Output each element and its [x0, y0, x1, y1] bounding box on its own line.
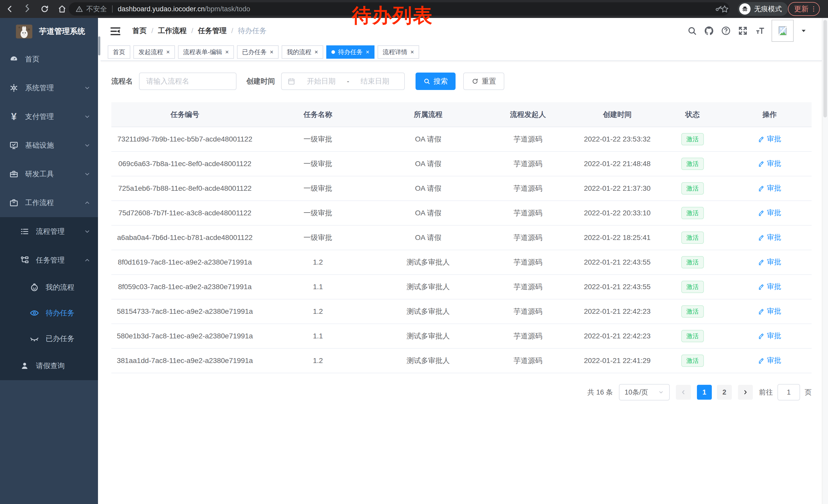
tab-todo-task[interactable]: 待办任务× — [326, 45, 374, 59]
sidebar-scrollbar-thumb[interactable] — [98, 36, 100, 55]
fullscreen-icon[interactable] — [738, 26, 748, 36]
sidebar-item-system-mgmt[interactable]: 系统管理 — [0, 74, 98, 102]
sidebar-item-workflow[interactable]: 工作流程 — [0, 188, 98, 217]
bookmark-star-icon[interactable] — [720, 4, 730, 14]
status-badge: 激活 — [681, 330, 704, 342]
cell-starter: 芋道源码 — [479, 275, 577, 299]
security-label[interactable]: 不安全 — [86, 4, 107, 13]
table-body: 73211d9d-7b9b-11ec-b5b7-acde48001122一级审批… — [111, 127, 812, 373]
close-icon[interactable]: × — [270, 49, 274, 55]
search-button[interactable]: 搜索 — [416, 73, 456, 90]
page-button-2[interactable]: 2 — [717, 385, 732, 400]
approve-link[interactable]: 审批 — [758, 159, 781, 169]
update-label[interactable]: 更新 — [794, 4, 809, 14]
approve-link[interactable]: 审批 — [758, 306, 781, 316]
font-size-icon[interactable] — [755, 26, 765, 36]
gear-icon — [9, 83, 19, 93]
user-icon — [19, 361, 30, 371]
table-row: 58154733-7ac8-11ec-a9e2-a2380e71991a1.2测… — [111, 299, 812, 324]
url-domain[interactable]: dashboard.yudao.iocoder.cn — [118, 5, 205, 13]
cell-time: 2022-01-21 22:41:29 — [577, 349, 657, 373]
avatar[interactable] — [772, 20, 794, 42]
tab-start-process[interactable]: 发起流程× — [133, 45, 175, 59]
close-icon[interactable]: × — [410, 49, 414, 55]
edit-pencil-icon — [758, 308, 765, 315]
sidebar-item-home[interactable]: 首页 — [0, 45, 98, 74]
sidebar-item-infrastructure[interactable]: 基础设施 — [0, 131, 98, 160]
reload-icon[interactable] — [40, 4, 49, 13]
tab-my-process[interactable]: 我的流程× — [282, 45, 323, 59]
tab-home[interactable]: 首页 — [108, 45, 130, 59]
approve-link[interactable]: 审批 — [758, 257, 781, 267]
search-button-label: 搜索 — [433, 77, 448, 86]
sidebar-item-label: 工作流程 — [25, 198, 54, 208]
page-button-1[interactable]: 1 — [697, 385, 712, 400]
sidebar-item-leave-query[interactable]: 请假查询 — [0, 352, 98, 380]
breadcrumb-item-home[interactable]: 首页 — [132, 26, 147, 36]
prev-page-button[interactable] — [676, 385, 691, 400]
table-row: 725a1eb6-7b88-11ec-8ef0-acde48001122一级审批… — [111, 176, 812, 201]
chevron-down-icon — [84, 84, 91, 92]
sidebar-collapse-icon[interactable] — [110, 26, 121, 36]
approve-link[interactable]: 审批 — [758, 134, 781, 144]
create-time-range-picker[interactable]: 开始日期 - 结束日期 — [281, 73, 405, 90]
cell-status: 激活 — [657, 225, 728, 250]
approve-link[interactable]: 审批 — [758, 356, 781, 365]
sidebar-item-dev-tools[interactable]: 研发工具 — [0, 160, 98, 188]
approve-link[interactable]: 审批 — [758, 331, 781, 341]
sidebar-item-todo-task[interactable]: 待办任务 — [0, 300, 98, 326]
cell-status: 激活 — [657, 349, 728, 373]
cell-time: 2022-01-21 22:43:55 — [577, 275, 657, 299]
app-logo-row[interactable]: 芋道管理系统 — [0, 18, 98, 45]
next-page-button[interactable] — [738, 385, 753, 400]
search-button-icon — [423, 78, 430, 85]
sidebar-item-done-task[interactable]: 已办任务 — [0, 326, 98, 352]
update-button[interactable]: 更新 — [788, 2, 820, 16]
logo-image — [16, 25, 32, 39]
approve-label: 审批 — [767, 306, 781, 316]
sidebar-item-my-process[interactable]: 我的流程 — [0, 275, 98, 300]
back-icon[interactable] — [5, 4, 14, 13]
table-row: 580e1b3d-7ac8-11ec-a9e2-a2380e71991a1.1测… — [111, 324, 812, 349]
cell-id: 580e1b3d-7ac8-11ec-a9e2-a2380e71991a — [111, 324, 258, 349]
forward-icon[interactable] — [23, 4, 32, 13]
window-scrollbar[interactable] — [822, 18, 828, 504]
window-scrollbar-thumb[interactable] — [823, 20, 827, 118]
process-name-input[interactable]: 请输入流程名 — [139, 73, 237, 90]
breadcrumb-item-task-management[interactable]: 任务管理 — [198, 26, 227, 36]
approve-link[interactable]: 审批 — [758, 282, 781, 291]
cell-action: 审批 — [728, 127, 812, 151]
home-icon[interactable] — [57, 4, 67, 13]
close-icon[interactable]: × — [225, 49, 229, 55]
approve-link[interactable]: 审批 — [758, 232, 781, 242]
approve-link[interactable]: 审批 — [758, 183, 781, 193]
chevron-up-icon — [84, 199, 91, 207]
approve-link[interactable]: 审批 — [758, 208, 781, 218]
close-icon[interactable]: × — [166, 49, 170, 55]
browser-menu-dots-icon — [810, 5, 817, 12]
sidebar-scrollbar[interactable] — [98, 18, 100, 504]
annotation-overlay: 待办列表 — [352, 3, 433, 29]
sidebar-item-task-mgmt[interactable]: 任务管理 — [0, 246, 98, 275]
sidebar-item-process-mgmt[interactable]: 流程管理 — [0, 217, 98, 246]
url-path[interactable]: /bpm/task/todo — [205, 5, 250, 13]
goto-page-input[interactable]: 1 — [778, 384, 800, 401]
reset-button[interactable]: 重置 — [463, 73, 504, 90]
tab-form-edit[interactable]: 流程表单-编辑× — [178, 45, 234, 59]
tab-done-task[interactable]: 已办任务× — [237, 45, 279, 59]
close-icon[interactable]: × — [366, 49, 369, 55]
sidebar-item-payment-mgmt[interactable]: ¥支付管理 — [0, 102, 98, 131]
cell-starter: 芋道源码 — [479, 176, 577, 201]
tab-process-detail[interactable]: 流程详情× — [378, 45, 419, 59]
eye-icon — [29, 308, 40, 318]
calendar-icon — [287, 77, 295, 85]
github-icon[interactable] — [704, 26, 714, 36]
avatar-caret-icon[interactable] — [800, 28, 807, 34]
page-size-select[interactable]: 10条/页 — [619, 384, 670, 401]
sidebar-menu: 首页系统管理¥支付管理基础设施研发工具工作流程流程管理任务管理我的流程待办任务已… — [0, 45, 98, 380]
breadcrumb-item-workflow[interactable]: 工作流程 — [158, 26, 187, 36]
help-icon[interactable] — [721, 26, 731, 36]
close-icon[interactable]: × — [315, 49, 318, 55]
cell-action: 审批 — [728, 176, 812, 201]
search-icon[interactable] — [687, 26, 697, 36]
